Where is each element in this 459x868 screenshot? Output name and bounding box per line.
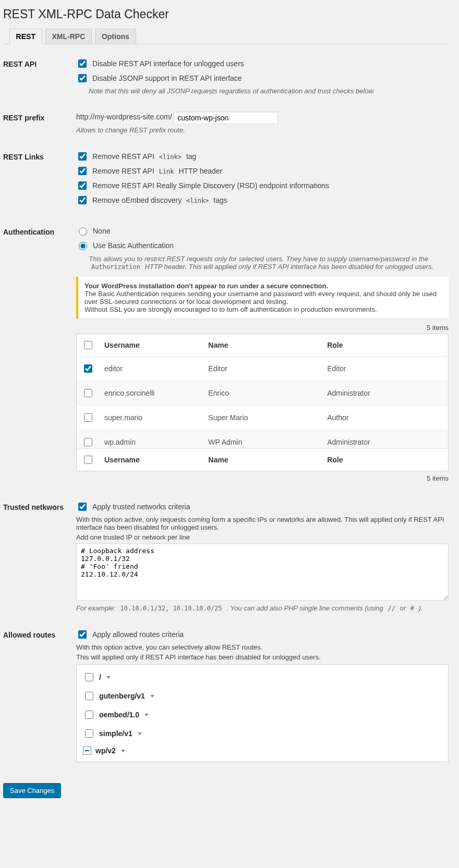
trusted-desc1: With this option active, only requests c… xyxy=(76,516,449,531)
rest-prefix-base: http://my-wordpress-site.com/ xyxy=(76,113,172,121)
chevron-down-icon[interactable] xyxy=(144,714,149,716)
chevron-down-icon[interactable] xyxy=(138,732,142,735)
cb-rest-link-0-label: Remove REST API <link> tag xyxy=(92,152,196,161)
route-cb[interactable] xyxy=(85,729,93,738)
save-button[interactable]: Save Changes xyxy=(3,783,61,798)
cb-disable-jsonp-input[interactable] xyxy=(78,74,87,82)
cb-select-all-top[interactable] xyxy=(84,341,92,349)
cb-disable-jsonp[interactable]: Disable JSONP support in REST API interf… xyxy=(76,72,242,84)
cb-disable-rest-input[interactable] xyxy=(78,59,87,68)
ssl-warning-l2: Without SSL you are strongly encouraged … xyxy=(84,305,377,313)
route-cb[interactable] xyxy=(85,692,93,700)
cb-disable-jsonp-label: Disable JSONP support in REST API interf… xyxy=(92,74,242,82)
code-snippet: Link xyxy=(156,167,177,176)
trusted-textarea[interactable] xyxy=(76,543,449,601)
cell-role: Editor xyxy=(322,357,448,381)
section-routes-heading: Allowed routes xyxy=(3,621,76,772)
table-row: wp.adminWP AdminAdministrator xyxy=(77,430,448,449)
route-cb[interactable] xyxy=(85,673,93,681)
cb-rest-link-1[interactable]: Remove REST API Link HTTP header xyxy=(76,165,222,177)
cell-username: wp.admin xyxy=(99,430,203,449)
cb-rest-link-3-input[interactable] xyxy=(78,196,87,204)
cb-rest-link-1-input[interactable] xyxy=(78,167,87,175)
col-name-bottom[interactable]: Name xyxy=(203,449,322,471)
cell-name: Editor xyxy=(203,357,322,381)
route-item[interactable]: gutenberg/v1 xyxy=(79,687,446,705)
row-cb[interactable] xyxy=(84,438,92,446)
ssl-warning-l1: The Basic Authentication requires sendin… xyxy=(84,290,437,305)
tab-xml-rpc[interactable]: XML-RPC xyxy=(45,29,92,44)
auth-desc-post: HTTP header. This will applied only if R… xyxy=(145,263,434,271)
col-role-top[interactable]: Role xyxy=(322,334,448,357)
auth-desc-code: Authorization xyxy=(89,263,143,271)
cb-disable-rest[interactable]: Disable REST API interface for unlogged … xyxy=(76,58,244,69)
cell-role: Author xyxy=(322,406,448,430)
trusted-ex-code: 10.10.0.1/32, 10.10.10.0/25 xyxy=(117,604,224,613)
ssl-warning-strong: Your WordPress installation don't appear… xyxy=(84,282,328,290)
route-label: gutenberg/v1 xyxy=(99,692,145,700)
cb-routes[interactable]: Apply allowed routes criteria xyxy=(76,629,184,640)
cb-rest-link-2-label: Remove REST API Really Simple Discovery … xyxy=(92,181,329,190)
cell-role: Administrator xyxy=(322,381,448,406)
table-row: super.marioSuper MarioAuthor xyxy=(77,406,448,430)
row-cb[interactable] xyxy=(84,413,92,422)
chevron-down-icon[interactable] xyxy=(150,695,154,698)
routes-desc1: With this option active, you can selecti… xyxy=(76,643,449,651)
chevron-down-icon[interactable] xyxy=(121,750,125,752)
users-count-top: 5 items xyxy=(76,324,449,332)
row-cb[interactable] xyxy=(84,389,92,397)
cb-disable-rest-label: Disable REST API interface for unlogged … xyxy=(92,59,244,68)
col-username-top[interactable]: Username xyxy=(99,334,203,357)
row-cb[interactable] xyxy=(84,364,92,373)
trusted-ex-mid2: or xyxy=(400,604,408,612)
cb-rest-link-0-input[interactable] xyxy=(78,152,87,161)
col-role-bottom[interactable]: Role xyxy=(322,449,448,471)
route-cb[interactable] xyxy=(85,711,93,719)
rest-prefix-input[interactable] xyxy=(174,112,278,124)
route-label: wp/v2 xyxy=(95,747,116,755)
col-username-bottom[interactable]: Username xyxy=(99,449,203,471)
cb-rest-link-0[interactable]: Remove REST API <link> tag xyxy=(76,151,196,162)
route-item[interactable]: oembed/1.0 xyxy=(79,705,446,724)
section-auth-heading: Authentication xyxy=(3,218,76,494)
cell-username: enrico.sorcinelli xyxy=(99,381,203,406)
cb-rest-link-2[interactable]: Remove REST API Really Simple Discovery … xyxy=(76,180,329,191)
radio-auth-basic[interactable]: Use Basic Authentication xyxy=(76,240,174,250)
radio-auth-none-label: None xyxy=(93,227,110,235)
cb-rest-link-1-label: Remove REST API Link HTTP header xyxy=(92,167,222,175)
section-rest-api-heading: REST API xyxy=(3,51,76,104)
tab-options[interactable]: Options xyxy=(95,29,136,44)
page-title: REST XML-RPC Data Checker xyxy=(3,7,449,21)
cell-role: Administrator xyxy=(322,430,448,449)
cb-trusted-input[interactable] xyxy=(78,503,87,511)
cb-select-all-bottom[interactable] xyxy=(84,456,92,464)
routes-desc2: This will applied only if REST API inter… xyxy=(76,653,449,661)
radio-auth-none-input[interactable] xyxy=(79,227,87,236)
users-count-bottom: 5 items xyxy=(76,474,449,482)
radio-auth-basic-input[interactable] xyxy=(79,242,87,250)
users-scroll[interactable]: editorEditorEditorenrico.sorcinelliEnric… xyxy=(77,357,448,448)
cb-rest-link-3[interactable]: Remove oEmbed discovery <link> tags xyxy=(76,194,227,206)
cell-name: Enrico xyxy=(203,381,322,406)
cell-name: WP Admin xyxy=(203,430,322,449)
cb-trusted-label: Apply trusted networks criteria xyxy=(92,503,190,511)
trusted-ex-c1: // xyxy=(385,604,397,613)
cell-username: super.mario xyxy=(99,406,203,430)
trusted-desc2: Add one trusted IP or network per line xyxy=(76,533,449,541)
route-cb-indeterminate[interactable] xyxy=(83,747,91,755)
route-label: / xyxy=(99,673,101,681)
tab-rest[interactable]: REST xyxy=(9,29,42,44)
cb-rest-link-2-input[interactable] xyxy=(78,181,87,190)
cb-routes-input[interactable] xyxy=(78,630,87,639)
route-item[interactable]: simple/v1 xyxy=(79,724,446,743)
section-rest-links-heading: REST Links xyxy=(3,143,76,218)
code-snippet: <link> xyxy=(156,153,184,161)
trusted-ex-c2: # xyxy=(408,604,417,613)
col-name-top[interactable]: Name xyxy=(203,334,322,357)
cb-trusted[interactable]: Apply trusted networks criteria xyxy=(76,501,190,512)
radio-auth-none[interactable]: None xyxy=(76,226,110,236)
route-item[interactable]: wp/v2 xyxy=(79,743,446,759)
cell-name: Super Mario xyxy=(203,406,322,430)
chevron-down-icon[interactable] xyxy=(106,676,111,679)
route-item[interactable]: / xyxy=(79,668,446,687)
